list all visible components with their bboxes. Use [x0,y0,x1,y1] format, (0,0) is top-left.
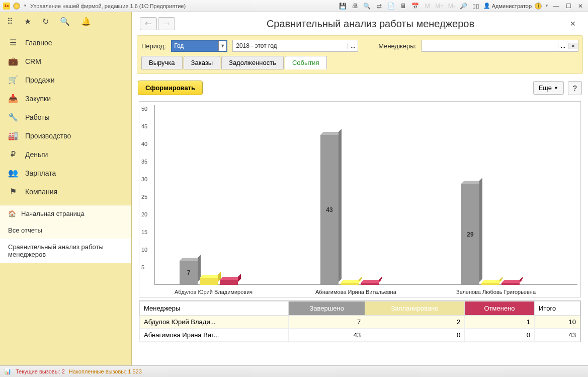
table-header: Итого [535,301,580,316]
sidebar-item-label: Главное [25,39,52,47]
table-row[interactable]: Абнагимова Ирина Вит...430043 [140,329,580,342]
tab-События[interactable]: События [285,56,327,69]
chevron-down-icon[interactable]: ▼ [23,4,27,8]
m-icon[interactable]: M [423,2,432,11]
back-button[interactable]: 🡐 [140,17,157,30]
sidebar-current-report[interactable]: Сравнительный анализ работы менеджеров [0,239,131,263]
sidebar-item-8[interactable]: ⚑Компания [0,182,131,201]
m-plus-icon[interactable]: M+ [435,2,444,11]
sidebar-item-label: Закупки [25,95,51,103]
period-type-input[interactable] [172,41,218,51]
sidebar-item-label: Производство [25,132,71,140]
chart-bar [501,283,520,285]
zoom-icon[interactable]: 🔎 [459,2,468,11]
sidebar-all-reports[interactable]: Все отчеты [0,222,131,239]
sidebar-item-icon: 🔧 [8,112,18,122]
preview-icon[interactable]: 🔍 [363,2,372,11]
table-cell: 1 [465,316,535,329]
sidebar-item-6[interactable]: ₽Деньги [0,145,131,164]
user-chip[interactable]: 👤 Администратор [483,3,532,9]
tab-Задолженность[interactable]: Задолженность [221,56,284,69]
sidebar-item-icon: ⚑ [8,187,18,196]
sidebar-home[interactable]: 🏠 Начальная страница [0,205,131,222]
action-row: Сформировать Еще ▼ ? [132,78,588,99]
sidebar-home-label: Начальная страница [21,210,85,217]
table-cell: Абнагимова Ирина Вит... [140,329,289,342]
statusbar-icon: 📊 [4,368,12,375]
minimize-button[interactable]: — [552,2,561,11]
managers-clear-button[interactable]: × [568,43,578,49]
apps-icon[interactable]: ⠿ [7,17,13,26]
m-minus-icon[interactable]: M- [447,2,456,11]
period-range-field[interactable]: 2018 - этот год ... [232,40,358,52]
sidebar-toolbar: ⠿ ★ ↻ 🔍 🔔 [0,12,131,31]
maximize-button[interactable]: ☐ [564,2,573,11]
managers-picker-button[interactable]: ... [558,43,568,49]
table-header: Отменено [465,301,535,316]
sidebar-item-0[interactable]: ☰Главное [0,33,131,52]
compare-icon[interactable]: ⇄ [375,2,384,11]
table-header: Менеджеры [140,301,289,316]
table-cell: 0 [465,329,535,342]
chart-category-label: Абдулов Юрий Владимирович [175,289,253,295]
sidebar-item-icon: 🛒 [8,75,18,85]
managers-input[interactable]: ... × [422,40,578,52]
sidebar-sub-label: Все отчеты [8,227,42,234]
star-icon[interactable]: ★ [24,17,31,26]
more-button[interactable]: Еще ▼ [533,81,564,95]
help-button[interactable]: ? [568,81,582,95]
table-header: Завершено [289,301,365,316]
statusbar: 📊 Текущие вызовы: 2 Накопленные вызовы: … [0,365,588,377]
history-icon[interactable]: ↻ [42,17,49,26]
sidebar-item-icon: 🏭 [8,131,18,140]
sidebar-item-label: Компания [25,188,57,196]
more-label: Еще [539,84,552,92]
table-header: Запланировано [365,301,465,316]
close-tab-button[interactable]: ✕ [566,18,580,30]
sidebar-item-4[interactable]: 🔧Работы [0,108,131,126]
page-header: 🡐 🡒 Сравнительный анализ работы менеджер… [132,12,588,33]
sidebar-item-icon: ☰ [8,38,18,47]
info-chevron-icon[interactable]: ▼ [545,4,549,8]
status-total-calls: Накопленные вызовы: 1 523 [69,368,142,374]
content-area: 🡐 🡒 Сравнительный анализ работы менеджер… [132,12,588,365]
sidebar-item-2[interactable]: 🛒Продажи [0,70,131,89]
chart-bar: 43 [320,135,339,285]
user-name: Администратор [492,3,532,9]
calendar-icon[interactable]: 📅 [411,2,420,11]
table-cell: 2 [365,316,465,329]
search-icon[interactable]: 🔍 [60,17,70,26]
page-title: Сравнительный анализ работы менеджеров [180,18,561,30]
calc-icon[interactable]: 🖩 [399,2,408,11]
chart-bar [220,280,238,285]
tab-Выручка[interactable]: Выручка [141,56,183,69]
print-icon[interactable]: 🖶 [351,2,360,11]
table-row[interactable]: Абдулов Юрий Влади...72110 [140,316,580,329]
table-cell: 7 [289,316,365,329]
sidebar-item-1[interactable]: 💼CRM [0,52,131,70]
generate-button[interactable]: Сформировать [138,81,203,95]
menu-circle-icon[interactable] [13,3,20,10]
bell-icon[interactable]: 🔔 [81,17,91,26]
doc-icon[interactable]: 📄 [387,2,396,11]
info-icon[interactable]: i [535,3,542,10]
filter-bar: Период: ▼ 2018 - этот год ... Менеджеры:… [137,35,583,74]
tab-Заказы[interactable]: Заказы [184,56,220,69]
sidebar-item-5[interactable]: 🏭Производство [0,126,131,145]
forward-button[interactable]: 🡒 [158,17,175,30]
data-table: МенеджерыЗавершеноЗапланированоОтмененоИ… [139,300,581,342]
chart-bar [361,283,379,285]
sidebar-item-7[interactable]: 👥Зарплата [0,164,131,182]
chart-bar: 29 [461,184,479,285]
save-icon[interactable]: 💾 [339,2,348,11]
table-cell: Абдулов Юрий Влади... [140,316,289,329]
period-range-text: 2018 - этот год [233,42,348,49]
period-type-combo[interactable]: ▼ [171,40,227,52]
home-icon: 🏠 [8,210,16,217]
close-button[interactable]: ✕ [576,2,585,11]
chart-bar: 7 [180,261,198,285]
panels-icon[interactable]: ▯▯ [471,2,480,11]
period-range-picker-button[interactable]: ... [348,43,358,49]
period-type-dropdown-icon[interactable]: ▼ [218,41,226,51]
sidebar-item-3[interactable]: 📥Закупки [0,89,131,108]
